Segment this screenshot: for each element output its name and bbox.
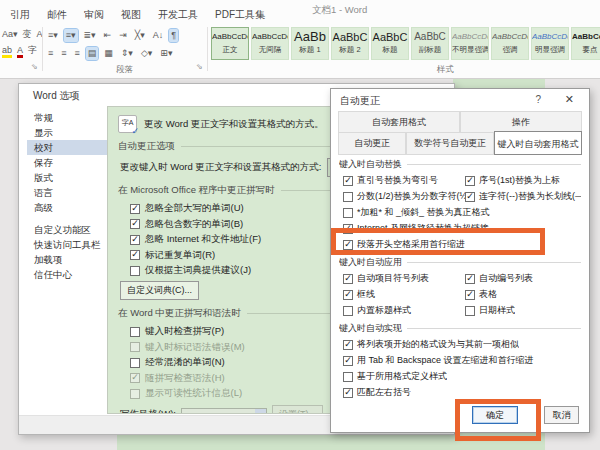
checkbox-mark-grammar — [130, 342, 140, 352]
justify-icon[interactable]: ▤ — [86, 47, 99, 60]
autocorrect-dialog: 自动更正 ? ✕ 自动套用格式 操作 自动更正 数学符号自动更正 键入时自动套用… — [330, 88, 590, 433]
autocorrect-title: 自动更正 — [340, 94, 380, 108]
checkbox-ignore-uppercase[interactable] — [130, 204, 140, 214]
checkbox-border-lines[interactable] — [343, 290, 353, 300]
checkbox-bold-italic-format[interactable] — [343, 208, 353, 218]
checkbox-check-spelling-as-type[interactable] — [130, 327, 140, 337]
sidebar-item-display[interactable]: 显示 — [27, 125, 107, 140]
settings-button: 设置(T)... — [272, 405, 323, 414]
tab-math-autocorrect[interactable]: 数学符号自动更正 — [406, 132, 494, 155]
checkbox-match-brackets[interactable] — [343, 388, 353, 398]
checkbox-label: 忽略包含数字的单词(B) — [145, 218, 243, 231]
style-chip-strong[interactable]: AaBbCcDd 要点 — [571, 27, 600, 60]
shading-icon[interactable]: ◇▾ — [139, 47, 154, 60]
numbering-icon[interactable]: ≡▾ — [64, 29, 78, 42]
close-icon[interactable]: ✕ — [565, 93, 574, 106]
group-separator — [42, 27, 43, 71]
cancel-button[interactable]: 取消 — [544, 406, 579, 424]
group-separator — [207, 27, 208, 71]
style-chip-normal[interactable]: AaBbCcDd 正文 — [211, 27, 249, 60]
sidebar-item-save[interactable]: 保存 — [27, 155, 107, 170]
checkbox-grammar-with-spelling — [130, 373, 140, 383]
checkbox-readability-stats — [130, 389, 140, 399]
ribbon-tab-row: 引用 邮件 审阅 视图 开发工具 PDF工具集 — [10, 8, 265, 22]
distribute-icon[interactable]: ▦ — [102, 47, 115, 60]
checkbox-label: 仅根据主词典提供建议(J) — [145, 264, 251, 277]
ribbon: 引用 邮件 审阅 视图 开发工具 PDF工具集 文档1 - Word Aa▾ 变… — [0, 0, 600, 79]
checkbox-smart-quotes[interactable] — [343, 176, 353, 186]
paragraph-group: ≡▾ ≡▾ ≣▾ ⇤ ⇥ ╳▾ A↓ ¶ ≡ ≡ ≡ ▤ ▦ ⇕▾ ◇▾ ⊞▾ — [46, 29, 204, 65]
style-chip-subtitle[interactable]: AaBbC 副标题 — [411, 27, 449, 60]
sidebar-item-quick-access-toolbar[interactable]: 快速访问工具栏 — [27, 237, 107, 252]
change-case-icon[interactable]: Aa▾ — [2, 29, 18, 39]
checkbox-flag-repeated[interactable] — [130, 250, 140, 260]
style-chip-subtle-emphasis[interactable]: AaBbCcDd 不明显强调 — [451, 27, 489, 60]
checkbox-hyphens-dash[interactable] — [465, 192, 475, 202]
chevron-down-icon: ▾ — [255, 409, 266, 414]
align-center-icon[interactable]: ≡ — [59, 47, 68, 60]
sidebar-item-general[interactable]: 常规 — [27, 110, 107, 125]
checkbox-auto-bullet-list[interactable] — [343, 274, 353, 284]
checkbox-ordinals-superscript[interactable] — [465, 176, 475, 186]
ribbon-tab-pdf-tools[interactable]: PDF工具集 — [215, 8, 265, 22]
sidebar-item-addins[interactable]: 加载项 — [27, 252, 107, 267]
borders-icon[interactable]: ⊞▾ — [158, 47, 174, 60]
style-chip-intense-emphasis[interactable]: AaBbCcDd 明显强调 — [531, 27, 569, 60]
ribbon-tab-review[interactable]: 审阅 — [84, 8, 104, 22]
show-marks-icon[interactable]: ¶ — [169, 29, 178, 42]
tab-autoformat[interactable]: 自动套用格式 — [338, 111, 460, 133]
group-apply-as-you-type: 键入时自动应用 — [339, 256, 581, 269]
sidebar-item-customize-ribbon[interactable]: 自定义功能区 — [27, 222, 107, 237]
paragraph-dialog-launcher-icon[interactable]: ⇘ — [196, 62, 203, 71]
checkbox-fractions[interactable] — [343, 192, 353, 202]
tab-autocorrect[interactable]: 自动更正 — [338, 132, 406, 155]
decrease-indent-icon[interactable]: ⇤ — [102, 29, 114, 42]
increase-indent-icon[interactable]: ⇥ — [117, 29, 129, 42]
checkbox-auto-number-list[interactable] — [465, 274, 475, 284]
group-automatically-as-you-type: 键入时自动实现 — [339, 322, 581, 335]
custom-dictionaries-button[interactable]: 自定义词典(C)... — [120, 281, 199, 300]
font-dialog-launcher-icon[interactable]: ⇘ — [31, 62, 38, 71]
font-group: Aa▾ 变 A ab A 字 — [2, 29, 40, 61]
checkbox-tab-backspace-indent[interactable] — [343, 356, 353, 366]
sidebar-item-proofing[interactable]: 校对 — [27, 140, 107, 155]
ribbon-tab-view[interactable]: 视图 — [121, 8, 141, 22]
checkbox-ignore-internet[interactable] — [130, 235, 140, 245]
checkbox-main-dictionary-only[interactable] — [130, 266, 140, 276]
autocorrect-row-label: 更改键入时 Word 更正文字和设置其格式的方式: — [120, 161, 321, 174]
sort-icon[interactable]: A↓ — [151, 29, 166, 42]
checkbox-label: 标记重复单词(R) — [145, 249, 215, 262]
style-chip-no-spacing[interactable]: AaBbCcDd 无间隔 — [251, 27, 289, 60]
sidebar-item-trust-center[interactable]: 信任中心 — [27, 267, 107, 282]
checkbox-confused-words[interactable] — [130, 358, 140, 368]
multilevel-list-icon[interactable]: ≣▾ — [82, 29, 98, 42]
sidebar-item-advanced[interactable]: 高级 — [27, 200, 107, 215]
ribbon-tab-developer[interactable]: 开发工具 — [158, 8, 198, 22]
style-chip-heading1[interactable]: AaBb 标题 1 — [291, 27, 329, 60]
ribbon-tab-mailings[interactable]: 邮件 — [47, 8, 67, 22]
text-highlight-icon[interactable]: ab — [2, 45, 12, 55]
style-chip-heading2[interactable]: AaBbC 标题 2 — [331, 27, 369, 60]
help-icon[interactable]: ? — [535, 94, 541, 105]
align-right-icon[interactable]: ≡ — [73, 47, 82, 60]
tab-actions[interactable]: 操作 — [460, 111, 582, 133]
checkbox-builtin-heading-styles[interactable] — [343, 306, 353, 316]
checkbox-define-styles-from-formatting[interactable] — [343, 372, 353, 382]
checkbox-tables[interactable] — [465, 290, 475, 300]
asian-layout-icon[interactable]: ╳▾ — [133, 29, 147, 42]
enclose-character-icon[interactable]: 字 — [28, 45, 37, 55]
sidebar-item-typography[interactable]: 版式 — [27, 170, 107, 185]
checkbox-date-style[interactable] — [465, 306, 475, 316]
line-spacing-icon[interactable]: ⇕▾ — [119, 47, 135, 60]
align-left-icon[interactable]: ≡ — [46, 47, 55, 60]
bullets-icon[interactable]: ≡▾ — [46, 29, 60, 42]
font-color-icon[interactable]: A — [17, 45, 23, 55]
tab-autoformat-as-you-type[interactable]: 键入时自动套用格式 — [494, 131, 582, 155]
phonetic-guide-icon[interactable]: 变 — [23, 29, 32, 39]
style-chip-title[interactable]: AaBbC 标题 — [371, 27, 409, 60]
sidebar-item-language[interactable]: 语言 — [27, 185, 107, 200]
style-chip-emphasis[interactable]: AaBbCcDd 强调 — [491, 27, 529, 60]
checkbox-ignore-numbers[interactable] — [130, 219, 140, 229]
checkbox-format-list-item-like-previous[interactable] — [343, 340, 353, 350]
ribbon-tab-references[interactable]: 引用 — [10, 8, 30, 22]
